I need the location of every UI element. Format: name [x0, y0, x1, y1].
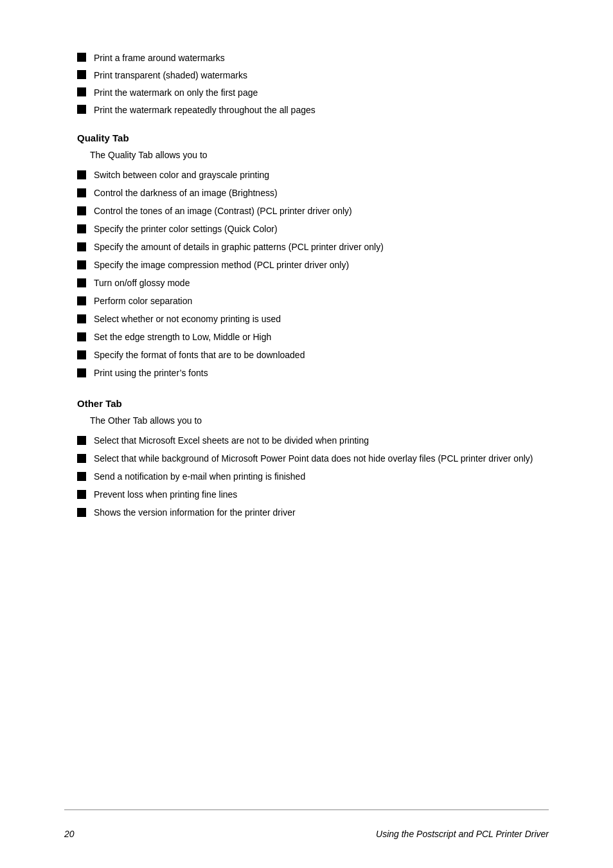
bullet-icon — [77, 296, 86, 305]
intro-item-2: Print transparent (shaded) watermarks — [94, 69, 247, 82]
list-item: Specify the printer color settings (Quic… — [77, 222, 549, 236]
other-tab-heading: Other Tab — [77, 398, 549, 409]
list-item: Print a frame around watermarks — [77, 51, 549, 65]
intro-item-3: Print the watermark on only the first pa… — [94, 86, 258, 100]
list-item: Select that while background of Microsof… — [77, 452, 549, 466]
bullet-icon — [77, 368, 86, 377]
list-item: Prevent loss when printing fine lines — [77, 488, 549, 502]
list-item: Select whether or not economy printing i… — [77, 312, 549, 326]
bullet-icon — [77, 242, 86, 251]
list-item: Turn on/off glossy mode — [77, 276, 549, 290]
list-item: Perform color separation — [77, 294, 549, 308]
list-item: Print the watermark repeatedly throughou… — [77, 104, 549, 117]
bullet-icon — [77, 350, 86, 359]
bullet-icon — [77, 454, 86, 463]
list-item: Send a notification by e-mail when print… — [77, 470, 549, 484]
list-item: Print transparent (shaded) watermarks — [77, 69, 549, 82]
footer: 20 Using the Postscript and PCL Printer … — [64, 829, 549, 839]
footer-divider — [64, 809, 549, 810]
bullet-icon — [77, 224, 86, 233]
list-item: Print using the printer’s fonts — [77, 366, 549, 380]
list-item: Specify the format of fonts that are to … — [77, 348, 549, 362]
list-item: Print the watermark on only the first pa… — [77, 86, 549, 100]
quality-tab-section: Quality Tab The Quality Tab allows you t… — [64, 132, 549, 380]
bullet-icon — [77, 332, 86, 341]
list-item: Control the tones of an image (Contrast)… — [77, 204, 549, 218]
bullet-icon — [77, 170, 86, 179]
bullet-icon — [77, 105, 86, 114]
intro-list: Print a frame around watermarks Print tr… — [77, 51, 549, 117]
quality-tab-intro: The Quality Tab allows you to — [90, 149, 549, 162]
footer-page-number: 20 — [64, 829, 75, 839]
bullet-icon — [77, 278, 86, 287]
intro-item-1: Print a frame around watermarks — [94, 51, 225, 65]
bullet-icon — [77, 87, 86, 96]
other-tab-list: Select that Microsoft Excel sheets are n… — [77, 434, 549, 520]
list-item: Shows the version information for the pr… — [77, 506, 549, 520]
other-tab-intro: The Other Tab allows you to — [90, 414, 549, 428]
bullet-icon — [77, 436, 86, 445]
list-item: Select that Microsoft Excel sheets are n… — [77, 434, 549, 448]
bullet-icon — [77, 490, 86, 499]
list-item: Specify the amount of details in graphic… — [77, 240, 549, 254]
bullet-icon — [77, 53, 86, 62]
footer-title: Using the Postscript and PCL Printer Dri… — [376, 829, 549, 839]
quality-tab-list: Switch between color and grayscale print… — [77, 168, 549, 380]
intro-item-4: Print the watermark repeatedly throughou… — [94, 104, 315, 117]
bullet-icon — [77, 508, 86, 517]
bullet-icon — [77, 70, 86, 79]
list-item: Switch between color and grayscale print… — [77, 168, 549, 182]
other-tab-section: Other Tab The Other Tab allows you to Se… — [64, 398, 549, 520]
bullet-icon — [77, 472, 86, 481]
bullet-icon — [77, 206, 86, 215]
bullet-icon — [77, 314, 86, 323]
bullet-icon — [77, 260, 86, 269]
bullet-icon — [77, 188, 86, 197]
list-item: Set the edge strength to Low, Middle or … — [77, 330, 549, 344]
list-item: Specify the image compression method (PC… — [77, 258, 549, 272]
list-item: Control the darkness of an image (Bright… — [77, 186, 549, 200]
quality-tab-heading: Quality Tab — [77, 132, 549, 143]
page: Print a frame around watermarks Print tr… — [0, 0, 613, 868]
